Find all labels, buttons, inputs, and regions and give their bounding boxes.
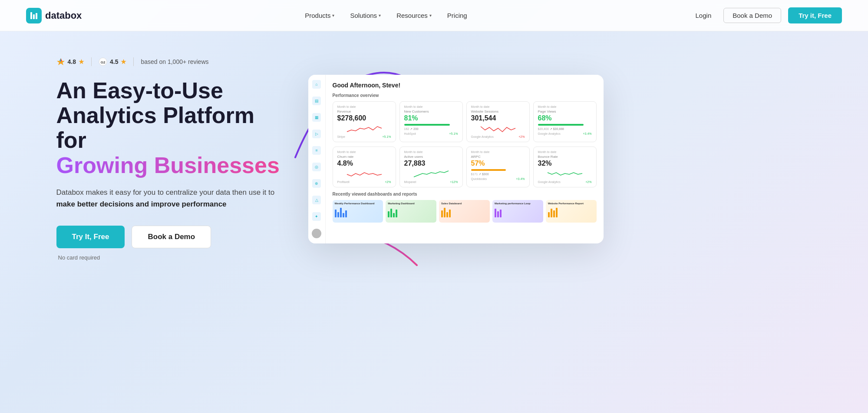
thumb-weekly-bars xyxy=(335,206,381,217)
metric-revenue: Month to date Revenue $278,600 Stripe xyxy=(333,101,396,142)
thumb-website-bars xyxy=(548,206,594,217)
hero-book-demo-button[interactable]: Book a Demo xyxy=(132,226,211,248)
thumb-marketing: Marketing Dashboard xyxy=(386,200,436,223)
book-demo-button[interactable]: Book a Demo xyxy=(723,8,781,23)
rating-divider xyxy=(133,57,134,66)
metric-revenue-sparkline xyxy=(337,124,391,133)
svg-text:G2: G2 xyxy=(101,60,106,64)
dashboard-sidebar: ⌂ ▤ ▦ ▷ ≡ ◎ ⊕ △ ✦ xyxy=(308,75,326,243)
hero-cta-buttons: Try It, Free Book a Demo xyxy=(56,226,282,248)
thumb-weekly: Weekly Performance Dashboard xyxy=(333,200,383,223)
sidebar-search-icon: ⊕ xyxy=(312,179,321,188)
g2-rating: G2 4.5 ★ xyxy=(99,57,126,66)
metric-new-customers-value: 81% xyxy=(404,114,458,122)
reviews-text: based on 1,000+ reviews xyxy=(141,58,208,65)
metric-active-users-sparkline xyxy=(404,169,458,179)
metric-revenue-value: $278,600 xyxy=(337,114,391,122)
metric-churn-rate: Month to date Churn rate 4.8% Profitwell xyxy=(333,147,396,187)
metric-arpc-value: 57% xyxy=(471,160,525,167)
recent-thumbnails: Weekly Performance Dashboard xyxy=(333,200,597,223)
metric-arpc: Month to date ARPC 57% $171 ↗ $300 Quick… xyxy=(466,147,530,187)
sidebar-bar-icon: ▦ xyxy=(312,113,321,122)
hero-headline-gradient: Growing Businesses xyxy=(56,153,280,178)
svg-rect-3 xyxy=(36,13,37,19)
sidebar-avatar xyxy=(312,229,321,238)
sidebar-report-icon: ≡ xyxy=(312,146,321,155)
chevron-down-icon: ▾ xyxy=(429,13,432,18)
metric-bounce-rate: Month to date Bounce Rate 32% Google Ana xyxy=(533,147,597,187)
metric-active-users: Month to date Active users 27,883 Mixpan xyxy=(399,147,463,187)
metric-new-customers: Month to date New Customers 81% 162 ↗ 20… xyxy=(399,101,463,142)
nav-item-products[interactable]: Products ▾ xyxy=(305,12,334,19)
nav-actions: Login Book a Demo Try it, Free xyxy=(690,7,842,23)
metrics-grid-row2: Month to date Churn rate 4.8% Profitwell xyxy=(333,147,597,187)
hero-section: 4.8 ★ G2 4.5 ★ based on 1,000+ reviews A… xyxy=(22,31,847,278)
rating-divider xyxy=(91,57,92,66)
sidebar-video-icon: ▷ xyxy=(312,130,321,138)
capterra-icon xyxy=(56,57,65,66)
no-card-text: No card required xyxy=(58,254,282,261)
brand-logo[interactable]: databox xyxy=(26,8,82,23)
nav-item-pricing[interactable]: Pricing xyxy=(447,12,467,19)
metric-churn-sparkline xyxy=(337,169,391,179)
svg-rect-1 xyxy=(30,12,32,19)
hero-left: 4.8 ★ G2 4.5 ★ based on 1,000+ reviews A… xyxy=(56,57,282,261)
thumb-sales-bars xyxy=(441,206,488,217)
hero-dashboard: ⌂ ▤ ▦ ▷ ≡ ◎ ⊕ △ ✦ Good Afternoon, Steve! xyxy=(308,75,812,243)
new-customers-bar xyxy=(404,124,450,126)
thumb-website-performance: Website Performance Report xyxy=(546,200,597,223)
metric-website-sessions-value: 301,544 xyxy=(471,114,525,122)
metric-page-views-value: 68% xyxy=(538,114,592,122)
svg-rect-2 xyxy=(33,14,35,19)
g2-icon: G2 xyxy=(99,57,107,66)
sidebar-user-icon: ✦ xyxy=(312,212,321,221)
dashboard-main: Good Afternoon, Steve! Performance overv… xyxy=(326,75,604,243)
navbar: databox Products ▾ Solutions ▾ Resources… xyxy=(0,0,868,31)
thumb-marketing-loop-bars xyxy=(495,206,541,217)
sidebar-gauge-icon: ◎ xyxy=(312,163,321,171)
metrics-grid-row1: Month to date Revenue $278,600 Stripe xyxy=(333,101,597,142)
hero-ratings: 4.8 ★ G2 4.5 ★ based on 1,000+ reviews xyxy=(56,57,282,66)
metric-active-users-value: 27,883 xyxy=(404,160,458,167)
thumb-marketing-loop: Marketing performance Loop xyxy=(492,200,543,223)
dashboard-greeting: Good Afternoon, Steve! xyxy=(333,82,597,89)
metric-sessions-sparkline xyxy=(471,124,525,133)
recent-section-title: Recently viewed dashboards and reports xyxy=(333,192,597,197)
nav-item-resources[interactable]: Resources ▾ xyxy=(396,12,432,19)
metric-bounce-sparkline xyxy=(538,169,592,179)
sidebar-home-icon: ⌂ xyxy=(312,80,321,89)
metric-revenue-label: Revenue xyxy=(337,110,391,113)
sidebar-chart-icon: ▤ xyxy=(312,97,321,105)
metric-bounce-value: 32% xyxy=(538,160,592,167)
dashboard-card: ⌂ ▤ ▦ ▷ ≡ ◎ ⊕ △ ✦ Good Afternoon, Steve! xyxy=(308,75,604,243)
page-views-bar xyxy=(538,124,584,126)
hero-try-free-button[interactable]: Try It, Free xyxy=(56,226,125,248)
chevron-down-icon: ▾ xyxy=(332,13,334,18)
brand-name: databox xyxy=(45,10,82,21)
metric-page-views: Month to date Page Views 68% $20,400 ↗ $… xyxy=(533,101,597,142)
hero-headline: An Easy-to-Use Analytics Platform for Gr… xyxy=(56,78,282,178)
metric-website-sessions: Month to date Website Sessions 301,544 G xyxy=(466,101,530,142)
databox-logo-icon xyxy=(26,8,42,23)
thumb-sales: Sales Databoard xyxy=(439,200,490,223)
thumb-marketing-bars xyxy=(388,206,434,217)
star-icon: ★ xyxy=(79,58,84,65)
metric-churn-value: 4.8% xyxy=(337,160,391,167)
capterra-rating: 4.8 ★ xyxy=(56,57,84,66)
sidebar-alert-icon: △ xyxy=(312,196,321,204)
performance-section-title: Performance overview xyxy=(333,93,597,98)
login-button[interactable]: Login xyxy=(690,8,717,23)
chevron-down-icon: ▾ xyxy=(379,13,381,18)
arpc-bar xyxy=(471,169,506,171)
nav-item-solutions[interactable]: Solutions ▾ xyxy=(350,12,381,19)
nav-links: Products ▾ Solutions ▾ Resources ▾ Prici… xyxy=(305,12,467,19)
star-icon: ★ xyxy=(121,58,126,65)
hero-description: Databox makes it easy for you to central… xyxy=(56,187,282,210)
try-free-button[interactable]: Try it, Free xyxy=(788,7,842,23)
